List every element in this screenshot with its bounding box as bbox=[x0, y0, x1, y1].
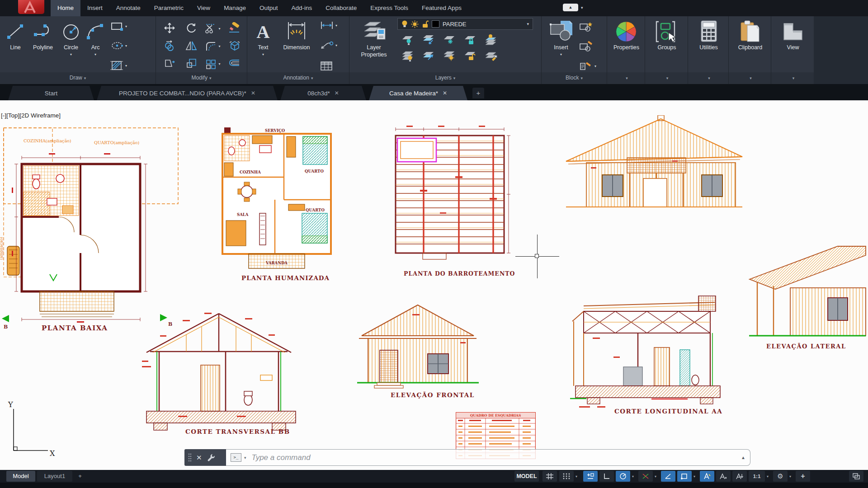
edit-attributes-dropdown-icon[interactable]: ▾ bbox=[594, 64, 596, 68]
properties-button[interactable]: Properties bbox=[613, 18, 639, 52]
customize-wrench-icon[interactable] bbox=[207, 453, 215, 462]
layer-off-button[interactable] bbox=[401, 50, 415, 63]
osnap-tracking-toggle[interactable] bbox=[661, 471, 675, 482]
polar-dropdown-icon[interactable]: ▾ bbox=[632, 474, 634, 479]
rectangle-button[interactable]: ▾ bbox=[110, 21, 127, 32]
trim-button[interactable]: ▾ bbox=[205, 23, 220, 34]
tab-view[interactable]: View bbox=[190, 0, 217, 16]
layer-freeze-button[interactable] bbox=[443, 34, 456, 47]
copy-button[interactable] bbox=[164, 40, 175, 53]
panel-label-view[interactable]: ▾ bbox=[771, 72, 814, 84]
model-tab[interactable]: Model bbox=[6, 471, 35, 482]
erase-button[interactable] bbox=[228, 22, 241, 36]
leader-dropdown-icon[interactable]: ▾ bbox=[335, 43, 337, 47]
graphics-performance-button[interactable] bbox=[849, 471, 863, 482]
circle-button[interactable]: Circle ▾ bbox=[58, 18, 84, 56]
panel-label-block[interactable]: Block▾ bbox=[542, 72, 607, 84]
array-dropdown-icon[interactable]: ▾ bbox=[218, 62, 220, 66]
isolate-objects-button[interactable]: + bbox=[796, 471, 810, 482]
layer-select[interactable]: PAREDE ▾ bbox=[397, 18, 533, 30]
mirror-button[interactable] bbox=[185, 40, 197, 53]
table-button[interactable] bbox=[320, 61, 337, 71]
layer-isolate-button[interactable] bbox=[401, 34, 415, 47]
dim-linear-button[interactable]: ▾ bbox=[320, 21, 337, 30]
ellipse-button[interactable]: ▾ bbox=[110, 40, 127, 51]
tab-annotate[interactable]: Annotate bbox=[109, 0, 147, 16]
insert-dropdown-icon[interactable]: ▾ bbox=[560, 52, 562, 56]
command-input[interactable]: >_ ▾ Type a command ▲ bbox=[226, 449, 750, 466]
close-icon[interactable]: ✕ bbox=[443, 90, 447, 96]
tab-home[interactable]: Home bbox=[51, 0, 80, 16]
text-dropdown-icon[interactable]: ▾ bbox=[262, 52, 264, 56]
dim-linear-dropdown-icon[interactable]: ▾ bbox=[335, 23, 337, 28]
layer-properties-button[interactable]: LayerProperties bbox=[352, 18, 396, 58]
arc-dropdown-icon[interactable]: ▾ bbox=[94, 52, 96, 56]
customization-gear-button[interactable]: ⚙ bbox=[773, 471, 788, 482]
layer-thaw-button[interactable] bbox=[443, 50, 456, 63]
move-button[interactable] bbox=[164, 22, 175, 36]
layer-select-dropdown-icon[interactable]: ▾ bbox=[527, 22, 529, 26]
tab-parametric[interactable]: Parametric bbox=[147, 0, 190, 16]
create-block-button[interactable] bbox=[579, 21, 596, 32]
polar-tracking-toggle[interactable] bbox=[616, 471, 630, 482]
offset-button[interactable] bbox=[228, 58, 241, 70]
tab-featured-apps[interactable]: Featured Apps bbox=[415, 0, 468, 16]
dynamic-input-toggle[interactable] bbox=[583, 471, 598, 482]
tab-output[interactable]: Output bbox=[253, 0, 285, 16]
panel-label-layers[interactable]: Layers▾ bbox=[349, 72, 541, 84]
file-tab-projeto[interactable]: PROJETO DE COMBAT...NDIO (PARA AVCB)*✕ bbox=[97, 86, 278, 100]
fillet-dropdown-icon[interactable]: ▾ bbox=[218, 44, 220, 48]
file-tab-08ch3d[interactable]: 08ch3d*✕ bbox=[280, 86, 366, 100]
explode-button[interactable] bbox=[228, 40, 241, 53]
view-button[interactable]: View bbox=[781, 18, 805, 52]
panel-label-annotation[interactable]: Annotation▾ bbox=[247, 72, 349, 84]
edit-block-button[interactable] bbox=[579, 41, 596, 52]
file-tab-casa-de-madeira[interactable]: Casa de Madeira*✕ bbox=[369, 86, 467, 100]
customization-dropdown-icon[interactable]: ▾ bbox=[789, 474, 791, 479]
stretch-button[interactable] bbox=[164, 57, 175, 71]
snap-toggle[interactable] bbox=[559, 471, 574, 482]
close-icon[interactable]: ✕ bbox=[251, 90, 255, 96]
command-line-handle[interactable]: ✕ bbox=[184, 449, 226, 466]
close-command-line-icon[interactable]: ✕ bbox=[196, 454, 202, 462]
osnap-dropdown-icon[interactable]: ▾ bbox=[693, 474, 695, 479]
fillet-button[interactable]: ▾ bbox=[205, 41, 220, 52]
utilities-button[interactable]: Utilities bbox=[698, 18, 719, 52]
arc-button[interactable]: Arc ▾ bbox=[84, 18, 107, 56]
command-history-icon[interactable]: ▲ bbox=[741, 455, 745, 460]
tab-addins[interactable]: Add-ins bbox=[284, 0, 319, 16]
panel-label-properties[interactable]: ▾ bbox=[607, 72, 645, 84]
hatch-button[interactable]: ▾ bbox=[110, 60, 127, 71]
rotate-button[interactable] bbox=[185, 22, 197, 36]
array-button[interactable]: ▾ bbox=[205, 59, 220, 70]
tab-express-tools[interactable]: Express Tools bbox=[363, 0, 415, 16]
rectangle-dropdown-icon[interactable]: ▾ bbox=[125, 24, 127, 28]
panel-label-draw[interactable]: Draw▾ bbox=[0, 72, 156, 84]
autocad-logo-icon[interactable] bbox=[18, 0, 44, 14]
snap-dropdown-icon[interactable]: ▾ bbox=[576, 474, 577, 479]
new-layout-button[interactable]: + bbox=[74, 471, 86, 482]
layer-unisolate-button[interactable] bbox=[422, 34, 435, 47]
ortho-toggle[interactable] bbox=[599, 471, 614, 482]
ellipse-dropdown-icon[interactable]: ▾ bbox=[125, 44, 127, 48]
isodraft-dropdown-icon[interactable]: ▾ bbox=[655, 474, 656, 479]
circle-dropdown-icon[interactable]: ▾ bbox=[70, 52, 72, 56]
ribbon-collapse-options-icon[interactable]: ▾ bbox=[581, 5, 583, 10]
osnap-toggle[interactable] bbox=[677, 471, 692, 482]
panel-label-utilities[interactable]: ▾ bbox=[688, 72, 728, 84]
scale-dropdown-icon[interactable]: ▾ bbox=[767, 474, 769, 479]
line-button[interactable]: Line bbox=[3, 18, 28, 52]
layer-paint-button[interactable] bbox=[484, 50, 498, 63]
model-space-badge[interactable]: MODEL bbox=[514, 471, 539, 482]
text-button[interactable]: A Text ▾ bbox=[250, 18, 276, 56]
layer-unlock-button[interactable] bbox=[463, 50, 477, 63]
clipboard-button[interactable]: Clipboard bbox=[738, 18, 763, 52]
autoscale-toggle[interactable] bbox=[716, 471, 731, 482]
edit-attributes-button[interactable]: ▾ bbox=[579, 61, 596, 71]
polyline-button[interactable]: Polyline bbox=[28, 18, 58, 52]
new-drawing-tab-button[interactable]: + bbox=[472, 88, 484, 99]
trim-dropdown-icon[interactable]: ▾ bbox=[218, 27, 220, 31]
recent-commands-icon[interactable]: ▾ bbox=[244, 455, 246, 460]
close-icon[interactable]: ✕ bbox=[335, 90, 339, 96]
layout1-tab[interactable]: Layout1 bbox=[37, 471, 72, 482]
